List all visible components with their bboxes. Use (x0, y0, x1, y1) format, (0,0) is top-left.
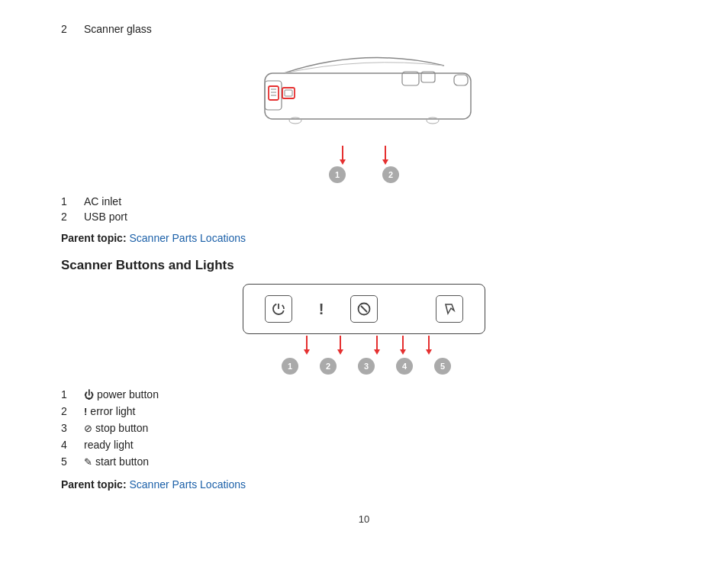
arrow-usb (382, 146, 388, 165)
scanner-glass-label: 2 Scanner glass (61, 23, 667, 35)
scanner-back-diagram: 1 2 (61, 43, 667, 183)
buttons-panel: ! (243, 284, 485, 334)
btn-item-text-4: ready light (84, 439, 134, 451)
svg-point-12 (427, 117, 439, 124)
btn-item-text-1: power button (97, 388, 159, 401)
btn-item-icon-1: ⏻ (84, 389, 94, 401)
svg-line-16 (361, 306, 367, 312)
scanner-glass-num: 2 (61, 23, 84, 35)
btn-item-num-2: 2 (61, 405, 84, 417)
parent-topic-label-1: Parent topic: (61, 232, 127, 244)
panel-start-button (436, 295, 463, 323)
part-item-2: 2 USB port (61, 211, 667, 223)
svg-rect-0 (265, 73, 471, 119)
buttons-panel-diagram: ! (61, 284, 667, 375)
btn-item-num-3: 3 (61, 422, 84, 434)
arrow-stop (374, 336, 380, 355)
arrow-error (337, 336, 343, 355)
svg-rect-6 (282, 88, 295, 98)
parent-topic-label-2: Parent topic: (61, 478, 127, 491)
arrow-power (304, 336, 310, 355)
parent-topic-link-1[interactable]: Scanner Parts Locations (129, 232, 246, 244)
btn-item-icon-5: ✎ (84, 456, 92, 468)
svg-rect-10 (454, 75, 468, 85)
btn-item-num-5: 5 (61, 455, 84, 468)
page-number: 10 (61, 513, 667, 525)
btn-item-2: 2 ! error light (61, 405, 667, 417)
panel-circles-row: 1 2 3 4 5 (277, 358, 451, 375)
back-parts-list: 1 AC inlet 2 USB port (61, 195, 667, 223)
svg-point-11 (289, 117, 301, 124)
scanner-glass-text: Scanner glass (84, 23, 152, 35)
btn-item-text-3: stop button (95, 422, 148, 434)
panel-arrows-row (296, 336, 432, 355)
part-item-1: 1 AC inlet (61, 195, 667, 208)
part-text-2: USB port (84, 211, 127, 223)
btn-circle-4: 4 (396, 358, 413, 375)
part-text-1: AC inlet (84, 195, 121, 208)
btn-circle-1: 1 (282, 358, 298, 375)
buttons-list: 1 ⏻ power button 2 ! error light 3 ⊘ sto… (61, 388, 667, 468)
scanner-arrows (242, 146, 486, 165)
circle-2: 2 (382, 166, 399, 183)
error-light-symbol: ! (319, 301, 324, 318)
btn-item-num-4: 4 (61, 439, 84, 451)
btn-circle-2: 2 (320, 358, 337, 375)
scanner-part-numbers: 1 2 (242, 166, 486, 183)
section-heading: Scanner Buttons and Lights (61, 258, 667, 273)
svg-rect-2 (269, 86, 279, 100)
parent-topic-1: Parent topic: Scanner Parts Locations (61, 232, 667, 244)
btn-item-text-5: start button (95, 455, 149, 468)
arrow-ready (400, 336, 406, 355)
stop-icon (356, 301, 372, 317)
btn-item-1: 1 ⏻ power button (61, 388, 667, 401)
panel-error-area: ! (314, 301, 329, 318)
btn-item-4: 4 ready light (61, 439, 667, 451)
btn-item-icon-3: ⊘ (84, 423, 92, 434)
btn-item-text-2: error light (90, 405, 135, 417)
btn-item-3: 3 ⊘ stop button (61, 422, 667, 434)
parent-topic-2: Parent topic: Scanner Parts Locations (61, 478, 667, 491)
parent-topic-link-2[interactable]: Scanner Parts Locations (129, 478, 246, 491)
btn-item-5: 5 ✎ start button (61, 455, 667, 468)
btn-circle-3: 3 (358, 358, 375, 375)
panel-power-button (265, 295, 292, 323)
svg-rect-7 (285, 90, 292, 96)
scanner-back-svg: 1 2 (242, 43, 486, 183)
page-container: 2 Scanner glass (0, 0, 728, 555)
panel-stop-button (350, 295, 378, 323)
power-icon (271, 301, 286, 317)
btn-item-num-1: 1 (61, 388, 84, 401)
arrow-start (426, 336, 432, 355)
arrow-ac (340, 146, 346, 165)
circle-1: 1 (329, 166, 346, 183)
btn-circle-5: 5 (434, 358, 451, 375)
scanner-back-illustration (242, 43, 486, 142)
btn-item-icon-2: ! (84, 406, 87, 417)
part-num-1: 1 (61, 195, 84, 208)
part-num-2: 2 (61, 211, 84, 223)
start-icon (442, 301, 457, 317)
